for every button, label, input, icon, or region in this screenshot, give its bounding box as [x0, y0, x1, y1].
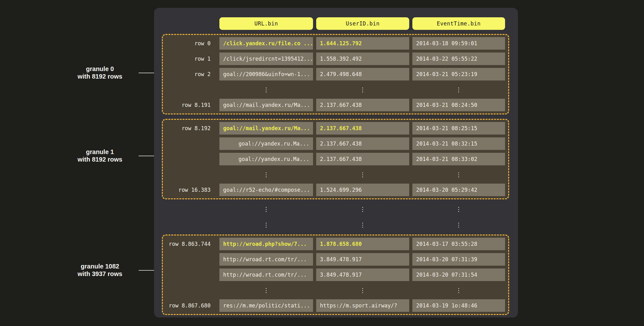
table-row: row 8.863.744 http://wroad.php?show/7...… — [163, 238, 508, 250]
vertical-ellipsis-icon: ⋮ — [219, 201, 313, 217]
column-header-eventtime: EventTime.bin — [412, 17, 505, 30]
granule-1-annotation: granule 1 with 8192 rows — [64, 148, 136, 163]
userid-cell: 2.137.667.438 — [316, 153, 409, 165]
url-cell: res://m.me/politic/stati... — [219, 299, 313, 312]
userid-cell: 2.137.667.438 — [316, 122, 409, 135]
vertical-ellipsis-icon: ⋮ — [412, 284, 505, 296]
granule-1082-label: granule 1082 — [64, 262, 136, 270]
vertical-ellipsis-icon: ⋮ — [219, 168, 313, 181]
vertical-ellipsis-icon: ⋮ — [316, 284, 409, 296]
url-cell: http://wroad.rt.com/tr/... — [219, 268, 313, 281]
eventtime-cell: 2014-03-20 07:31:39 — [412, 253, 505, 266]
url-cell: /click.yandex.ru/file.co ... — [219, 37, 313, 50]
table-row: goal://yandex.ru.Ma... 2.137.667.438 201… — [163, 137, 508, 150]
table-row: row 8.867.680 res://m.me/politic/stati..… — [163, 299, 508, 312]
eventtime-cell: 2014-03-21 08:24:50 — [412, 99, 505, 111]
granule-1082-sublabel: with 3937 rows — [64, 270, 136, 278]
userid-cell: 1.644.125.792 — [316, 37, 409, 50]
vertical-ellipsis-icon: ⋮ — [219, 83, 313, 96]
table-row: row 8.192 goal://mail.yandex.ru/Ma... 2.… — [163, 122, 508, 135]
userid-cell: 1.524.699.296 — [316, 184, 409, 196]
ellipsis-row: ⋮ ⋮ ⋮ — [163, 83, 508, 96]
eventtime-cell: 2014-03-18 09:59:01 — [412, 37, 505, 50]
userid-cell: https://m.sport.airway/? — [316, 299, 409, 312]
table-row: http://wroad.rt.com/tr/... 3.849.478.917… — [163, 268, 508, 281]
userid-cell: 1.558.392.492 — [316, 52, 409, 65]
eventtime-cell: 2014-03-21 05:23:19 — [412, 68, 505, 80]
url-cell: /click/jsredircnt=1395412... — [219, 52, 313, 65]
url-cell: goal://mail.yandex.ru/Ma... — [219, 122, 313, 135]
url-cell: goal://mail.yandex.ru/Ma... — [219, 99, 313, 111]
granule-0-label: granule 0 — [64, 65, 136, 73]
granule-1082-annotation: granule 1082 with 3937 rows — [64, 262, 136, 278]
granule-0-box: row 0 /click.yandex.ru/file.co ... 1.644… — [162, 34, 509, 114]
eventtime-cell: 2014-03-20 07:31:54 — [412, 268, 505, 281]
ellipsis-row: ⋮ ⋮ ⋮ — [163, 168, 508, 181]
eventtime-cell: 2014-03-21 08:32:15 — [412, 137, 505, 150]
table-row: http://wroad.rt.com/tr/... 3.849.478.917… — [163, 253, 508, 266]
userid-cell: 2.137.667.438 — [316, 99, 409, 111]
table-row: row 1 /click/jsredircnt=1395412... 1.558… — [163, 52, 508, 65]
userid-cell: 3.849.478.917 — [316, 253, 409, 266]
vertical-ellipsis-icon: ⋮ — [316, 217, 409, 233]
userid-cell: 2.137.667.438 — [316, 137, 409, 150]
table-row: row 8.191 goal://mail.yandex.ru/Ma... 2.… — [163, 99, 508, 111]
ellipsis-row: ⋮ ⋮ ⋮ — [163, 217, 518, 233]
url-cell: goal://yandex.ru.Ma... — [219, 153, 313, 165]
granule-1-label: granule 1 — [64, 148, 136, 156]
eventtime-cell: 2014-03-21 08:25:15 — [412, 122, 505, 135]
column-headers: URL.bin UserID.bin EventTime.bin — [163, 17, 518, 30]
column-header-userid: UserID.bin — [316, 17, 409, 30]
eventtime-cell: 2014-03-21 08:33:02 — [412, 153, 505, 165]
eventtime-cell: 2014-03-20 05:29:42 — [412, 184, 505, 196]
table-row: row 2 goal://200986&uinfo=wn-1... 2.479.… — [163, 68, 508, 80]
granule-1082-box: row 8.863.744 http://wroad.php?show/7...… — [162, 235, 509, 315]
url-cell: goal://yandex.ru.Ma... — [219, 137, 313, 150]
ellipsis-row: ⋮ ⋮ ⋮ — [163, 284, 508, 296]
userid-cell: 3.849.478.917 — [316, 268, 409, 281]
skipped-granules-ellipsis: ⋮ ⋮ ⋮ ⋮ ⋮ ⋮ — [163, 201, 518, 233]
granule-1-box: row 8.192 goal://mail.yandex.ru/Ma... 2.… — [162, 119, 509, 199]
url-cell: http://wroad.php?show/7... — [219, 238, 313, 250]
vertical-ellipsis-icon: ⋮ — [316, 201, 409, 217]
granule-0-sublabel: with 8192 rows — [64, 73, 136, 80]
userid-cell: 2.479.498.648 — [316, 68, 409, 80]
vertical-ellipsis-icon: ⋮ — [412, 83, 505, 96]
table-row: row 16.383 goal://r52-echo/#compose... 1… — [163, 184, 508, 196]
data-part-panel: URL.bin UserID.bin EventTime.bin row 0 /… — [154, 8, 518, 318]
userid-cell: 1.878.658.680 — [316, 238, 409, 250]
url-cell: goal://200986&uinfo=wn-1... — [219, 68, 313, 80]
vertical-ellipsis-icon: ⋮ — [316, 83, 409, 96]
url-cell: http://wroad.rt.com/tr/... — [219, 253, 313, 266]
granule-1-sublabel: with 8192 rows — [64, 156, 136, 163]
granule-0-annotation: granule 0 with 8192 rows — [64, 65, 136, 80]
ellipsis-row: ⋮ ⋮ ⋮ — [163, 201, 518, 217]
eventtime-cell: 2014-03-22 05:55:22 — [412, 52, 505, 65]
vertical-ellipsis-icon: ⋮ — [412, 201, 505, 217]
url-cell: goal://r52-echo/#compose... — [219, 184, 313, 196]
column-header-url: URL.bin — [219, 17, 313, 30]
eventtime-cell: 2014-03-17 03:55:28 — [412, 238, 505, 250]
table-row: row 0 /click.yandex.ru/file.co ... 1.644… — [163, 37, 508, 50]
vertical-ellipsis-icon: ⋮ — [412, 217, 505, 233]
table-row: goal://yandex.ru.Ma... 2.137.667.438 201… — [163, 153, 508, 165]
eventtime-cell: 2014-03-19 1o:48:46 — [412, 299, 505, 312]
vertical-ellipsis-icon: ⋮ — [219, 284, 313, 296]
vertical-ellipsis-icon: ⋮ — [316, 168, 409, 181]
vertical-ellipsis-icon: ⋮ — [219, 217, 313, 233]
vertical-ellipsis-icon: ⋮ — [412, 168, 505, 181]
